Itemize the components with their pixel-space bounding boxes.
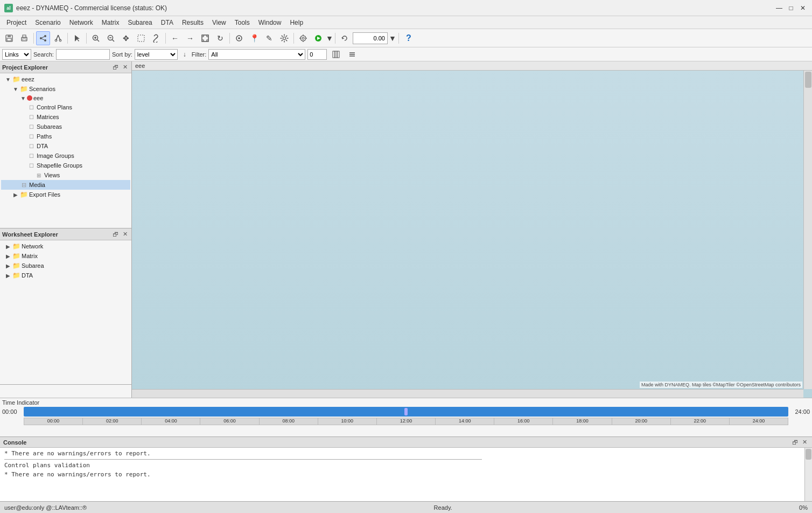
- target-button[interactable]: [296, 31, 310, 45]
- save-button[interactable]: [2, 31, 16, 45]
- tree-item-paths[interactable]: ☐ Paths: [1, 131, 130, 141]
- menu-scenario[interactable]: Scenario: [31, 18, 65, 27]
- tree-item-eeez[interactable]: ▼ 📁 eeez: [1, 74, 130, 84]
- tree-item-matrices[interactable]: ☐ Matrices: [1, 112, 130, 122]
- edit-button[interactable]: ✎: [262, 31, 276, 45]
- menu-project[interactable]: Project: [2, 18, 31, 27]
- checkbox-icon-dta: ☐: [27, 142, 36, 150]
- console-restore[interactable]: 🗗: [790, 438, 799, 447]
- tree-item-export-files[interactable]: ▶ 📁 Export Files: [1, 190, 130, 199]
- tree-item-eee[interactable]: ▼ eee: [1, 94, 130, 102]
- back-button[interactable]: ←: [168, 31, 182, 45]
- tree-item-dta-ws[interactable]: ▶ 📁 DTA: [1, 271, 130, 280]
- map-scrollbar-v[interactable]: [803, 71, 812, 389]
- columns-button[interactable]: [329, 47, 343, 61]
- menu-results[interactable]: Results: [178, 18, 208, 27]
- label-subarea: Subarea: [22, 262, 44, 269]
- tree-item-image-groups[interactable]: ☐ Image Groups: [1, 151, 130, 161]
- menu-matrix[interactable]: Matrix: [97, 18, 124, 27]
- extent-button[interactable]: [198, 31, 212, 45]
- menu-view[interactable]: View: [208, 18, 230, 27]
- filter-select[interactable]: All: [208, 49, 305, 60]
- window-controls: — □ ✕: [774, 3, 808, 13]
- tree-item-subareas[interactable]: ☐ Subareas: [1, 122, 130, 131]
- time-thumb[interactable]: [404, 408, 408, 415]
- toggle-eeez[interactable]: ▼: [4, 75, 12, 83]
- layer-select[interactable]: Links Nodes Turns: [2, 49, 31, 60]
- menu-tools[interactable]: Tools: [230, 18, 254, 27]
- menu-help[interactable]: Help: [285, 18, 307, 27]
- tree-item-media[interactable]: ⊟ Media: [1, 180, 130, 190]
- console-area: Console 🗗 ✕ * There are no warnings/erro…: [0, 436, 812, 501]
- rotation-dropdown[interactable]: ▼: [389, 31, 396, 45]
- forward-button[interactable]: →: [183, 31, 197, 45]
- tree-item-dta[interactable]: ☐ DTA: [1, 141, 130, 151]
- folder-icon-eeez: 📁: [12, 75, 20, 84]
- settings-button[interactable]: [277, 31, 291, 45]
- pan-button[interactable]: ✥: [119, 31, 133, 45]
- close-button[interactable]: ✕: [798, 3, 808, 13]
- console-scrollbar[interactable]: [804, 448, 812, 501]
- menu-subarea[interactable]: Subarea: [123, 18, 156, 27]
- map-canvas[interactable]: Made with DYNAMEQ. Map tiles ©MapTiler ©…: [132, 71, 812, 398]
- worksheet-explorer-close[interactable]: ✕: [121, 230, 129, 239]
- toggle-network[interactable]: ▶: [4, 242, 12, 250]
- toggle-media[interactable]: [12, 181, 19, 189]
- worksheet-explorer-controls: 🗗 ✕: [111, 230, 129, 239]
- rotation-input[interactable]: [353, 32, 388, 44]
- dropdown-run-button[interactable]: ▼: [326, 31, 333, 45]
- project-explorer-close[interactable]: ✕: [121, 63, 129, 72]
- menu-window[interactable]: Window: [254, 18, 286, 27]
- tick-0200: 02:00: [82, 418, 141, 425]
- link-button[interactable]: [149, 31, 163, 45]
- console-close[interactable]: ✕: [800, 438, 809, 447]
- refresh-button[interactable]: ↻: [213, 31, 227, 45]
- time-track[interactable]: [24, 407, 788, 417]
- menu-network[interactable]: Network: [65, 18, 97, 27]
- tree-item-views[interactable]: ⊞ Views: [1, 170, 130, 180]
- toggle-subarea[interactable]: ▶: [4, 262, 12, 269]
- rotate-button[interactable]: [338, 31, 352, 45]
- label-image-groups: Image Groups: [37, 152, 74, 159]
- maximize-button[interactable]: □: [786, 3, 796, 13]
- console-divider-1: [4, 459, 482, 460]
- tree-item-shapefile-groups[interactable]: ☐ Shapefile Groups: [1, 161, 130, 170]
- toggle-matrix[interactable]: ▶: [4, 252, 12, 260]
- menu-button[interactable]: [345, 47, 359, 61]
- run-button[interactable]: [311, 31, 325, 45]
- help-button[interactable]: ?: [401, 31, 416, 45]
- map-scrollbar-h[interactable]: [132, 389, 803, 398]
- tree-item-matrix[interactable]: ▶ 📁 Matrix: [1, 251, 130, 261]
- project-explorer-restore[interactable]: 🗗: [111, 63, 120, 72]
- worksheet-explorer-restore[interactable]: 🗗: [111, 230, 120, 239]
- filter-number-input[interactable]: [307, 49, 327, 60]
- search-input[interactable]: [56, 49, 110, 60]
- toggle-dta-ws[interactable]: ▶: [4, 272, 12, 279]
- tree-item-subarea[interactable]: ▶ 📁 Subarea: [1, 261, 130, 271]
- share-button[interactable]: [36, 31, 50, 45]
- toggle-eee[interactable]: ▼: [19, 94, 27, 102]
- tree-item-scenarios[interactable]: ▼ 📁 Scenarios: [1, 84, 130, 94]
- select-button[interactable]: [70, 31, 84, 45]
- cut-button[interactable]: [51, 31, 65, 45]
- box-select-button[interactable]: [134, 31, 148, 45]
- separator-3: [86, 33, 87, 44]
- zoom-in-button[interactable]: [89, 31, 103, 45]
- title-bar: al eeez - DYNAMEQ - Commercial license (…: [0, 0, 812, 16]
- svg-point-8: [44, 39, 46, 41]
- toggle-export-files[interactable]: ▶: [12, 191, 19, 198]
- map-vscroll-thumb[interactable]: [805, 72, 811, 88]
- tick-1800: 18:00: [552, 418, 611, 425]
- toggle-scenarios[interactable]: ▼: [12, 85, 19, 93]
- minimize-button[interactable]: —: [774, 3, 784, 13]
- svg-line-21: [113, 39, 115, 41]
- sort-direction-button[interactable]: ↓: [180, 50, 190, 59]
- pin-button[interactable]: 📍: [247, 31, 261, 45]
- add-node-button[interactable]: [232, 31, 246, 45]
- menu-dta[interactable]: DTA: [157, 18, 178, 27]
- zoom-out-button[interactable]: [104, 31, 118, 45]
- print-button[interactable]: [17, 31, 31, 45]
- tree-item-control-plans[interactable]: ☐ Control Plans: [1, 102, 130, 112]
- tree-item-network[interactable]: ▶ 📁 Network: [1, 241, 130, 251]
- sort-select[interactable]: level id: [135, 49, 178, 60]
